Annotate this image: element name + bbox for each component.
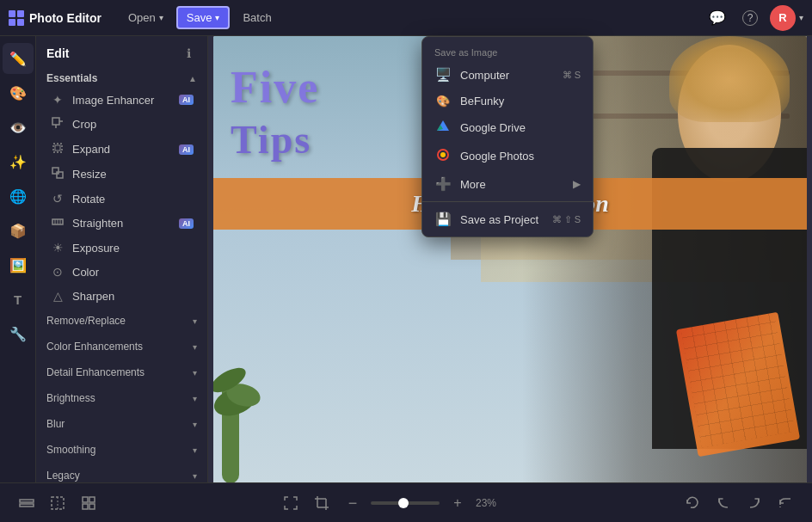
color-item[interactable]: ⊙ Color xyxy=(40,260,204,284)
main-layout: ✏️ 🎨 👁️ ✨ 🌐 📦 🖼️ T 🔧 Edit ℹ Essentials ▲… xyxy=(0,36,812,482)
straighten-label: Straighten xyxy=(72,217,172,230)
color-label: Color xyxy=(72,266,194,279)
save-computer-item[interactable]: 🖥️ Computer ⌘ S xyxy=(422,61,593,89)
undo-refresh-button[interactable] xyxy=(680,490,705,516)
bottom-left xyxy=(14,490,102,516)
more-label: More xyxy=(460,178,564,191)
plants xyxy=(213,311,299,483)
redo-button[interactable] xyxy=(741,490,767,516)
iconbar-text-button[interactable]: T xyxy=(3,284,34,315)
save-gphotos-item[interactable]: Google Photos xyxy=(422,142,593,170)
zoom-in-button[interactable]: + xyxy=(445,490,471,516)
svg-rect-19 xyxy=(83,497,88,502)
save-chevron-icon: ▾ xyxy=(215,13,219,22)
remove-replace-chevron-icon: ▾ xyxy=(193,316,197,326)
fit-button[interactable] xyxy=(278,490,304,516)
smoothing-section[interactable]: Smoothing ▾ xyxy=(36,437,207,463)
iconbar-paint-button[interactable]: 🎨 xyxy=(3,77,34,108)
zoom-out-button[interactable]: − xyxy=(340,490,366,516)
save-project-item[interactable]: 💾 Save as Project ⌘ ⇧ S xyxy=(422,206,593,233)
legacy-section[interactable]: Legacy ▾ xyxy=(36,463,207,482)
avatar-button[interactable]: R xyxy=(770,5,796,31)
smoothing-label: Smoothing xyxy=(46,444,95,456)
befunky-label: BeFunky xyxy=(460,95,581,107)
svg-rect-9 xyxy=(52,168,58,174)
layers-button[interactable] xyxy=(14,490,40,516)
avatar-chevron-icon[interactable]: ▾ xyxy=(799,13,803,22)
brightness-section[interactable]: Brightness ▾ xyxy=(36,385,207,411)
gdrive-label: Google Drive xyxy=(460,121,581,134)
save-befunky-item[interactable]: 🎨 BeFunky xyxy=(422,89,593,114)
befunky-icon: 🎨 xyxy=(434,95,452,107)
image-enhancer-ai-badge: AI xyxy=(179,95,194,105)
rotate-item[interactable]: ↺ Rotate xyxy=(40,187,204,211)
svg-rect-17 xyxy=(52,497,64,509)
iconbar-effects-button[interactable]: ✨ xyxy=(3,146,34,177)
blur-section[interactable]: Blur ▾ xyxy=(36,411,207,437)
exposure-item[interactable]: ☀ Exposure xyxy=(40,236,204,260)
detail-enhancements-chevron-icon: ▾ xyxy=(193,368,197,378)
iconbar-edit-button[interactable]: ✏️ xyxy=(3,43,34,74)
help-icon: ? xyxy=(742,10,758,26)
back-button[interactable] xyxy=(772,490,798,516)
panel-info-button[interactable]: ℹ xyxy=(180,45,197,62)
zoom-slider[interactable] xyxy=(371,501,440,505)
detail-enhancements-section[interactable]: Detail Enhancements ▾ xyxy=(36,359,207,385)
bottom-center: − + 23% xyxy=(278,490,503,516)
iconbar-frame-button[interactable]: 🖼️ xyxy=(3,249,34,280)
gphotos-icon xyxy=(434,148,452,164)
iconbar-globe-button[interactable]: 🌐 xyxy=(3,181,34,212)
rotate-label: Rotate xyxy=(72,193,194,206)
panel-title: Edit xyxy=(46,46,69,60)
svg-rect-8 xyxy=(55,145,60,150)
iconbar-eye-button[interactable]: 👁️ xyxy=(3,112,34,143)
smoothing-chevron-icon: ▾ xyxy=(193,445,197,455)
logo-icon xyxy=(9,10,24,26)
sharpen-item[interactable]: △ Sharpen xyxy=(40,284,204,308)
project-icon: 💾 xyxy=(434,212,452,227)
help-button[interactable]: ? xyxy=(737,5,763,31)
zoom-value: 23% xyxy=(476,497,503,509)
icon-bar: ✏️ 🎨 👁️ ✨ 🌐 📦 🖼️ T 🔧 xyxy=(0,36,36,482)
grid-view-button[interactable] xyxy=(76,490,102,516)
undo-button[interactable] xyxy=(710,490,736,516)
image-enhancer-icon: ✦ xyxy=(50,93,65,107)
remove-replace-label: Remove/Replace xyxy=(46,315,126,327)
exposure-icon: ☀ xyxy=(50,241,65,255)
save-gdrive-item[interactable]: Google Drive xyxy=(422,114,593,142)
color-enhancements-label: Color Enhancements xyxy=(46,341,143,353)
expand-icon xyxy=(50,142,65,157)
color-enhancements-section[interactable]: Color Enhancements ▾ xyxy=(36,334,207,359)
crop-label: Crop xyxy=(72,118,194,131)
remove-replace-section[interactable]: Remove/Replace ▾ xyxy=(36,308,207,334)
expand-item[interactable]: Expand AI xyxy=(40,137,204,162)
save-more-item[interactable]: ➕ More ▶ xyxy=(422,170,593,198)
select-button[interactable] xyxy=(45,490,71,516)
topbar: Photo Editor Open ▾ Save ▾ Batch 💬 ? R ▾ xyxy=(0,0,812,36)
svg-point-3 xyxy=(440,152,446,157)
canvas-text-five: Five Tips xyxy=(231,62,319,163)
panel-header: Edit ℹ xyxy=(36,36,207,67)
svg-rect-15 xyxy=(20,500,34,502)
crop-tool-button[interactable] xyxy=(309,490,335,516)
crop-item[interactable]: Crop xyxy=(40,112,204,137)
iconbar-settings-button[interactable]: 🔧 xyxy=(3,318,34,349)
resize-item[interactable]: Resize xyxy=(40,162,204,187)
app-logo: Photo Editor xyxy=(9,10,102,26)
dropdown-section-label: Save as Image xyxy=(422,40,593,61)
brightness-label: Brightness xyxy=(46,392,95,404)
expand-label: Expand xyxy=(72,143,172,156)
batch-button[interactable]: Batch xyxy=(233,7,280,28)
color-icon: ⊙ xyxy=(50,265,65,279)
message-button[interactable]: 💬 xyxy=(704,5,730,31)
image-enhancer-item[interactable]: ✦ Image Enhancer AI xyxy=(40,88,204,112)
zoom-minus-icon: − xyxy=(348,495,358,511)
essentials-section-header[interactable]: Essentials ▲ xyxy=(36,67,207,88)
straighten-item[interactable]: Straighten AI xyxy=(40,211,204,236)
legacy-label: Legacy xyxy=(46,470,80,482)
iconbar-package-button[interactable]: 📦 xyxy=(3,215,34,246)
open-button[interactable]: Open ▾ xyxy=(119,7,173,28)
save-button[interactable]: Save ▾ xyxy=(176,6,231,29)
computer-icon: 🖥️ xyxy=(434,67,452,83)
sharpen-icon: △ xyxy=(50,289,65,303)
